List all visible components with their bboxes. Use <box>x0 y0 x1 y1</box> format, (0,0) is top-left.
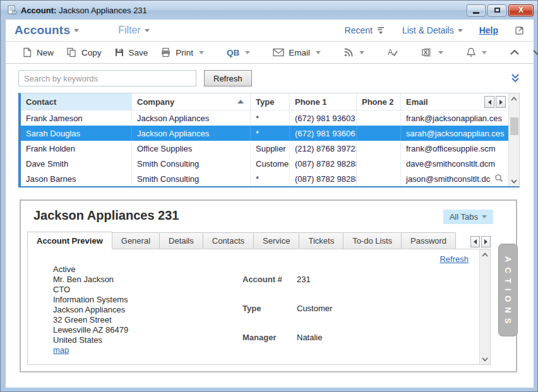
qb-button[interactable]: QB <box>223 45 254 60</box>
minimize-button[interactable] <box>467 4 486 16</box>
accounts-menu[interactable]: Accounts <box>15 23 79 37</box>
tab-general[interactable]: General <box>112 232 160 249</box>
spellcheck-button[interactable]: A <box>383 45 402 60</box>
table-row[interactable]: Jason BarnesSmith Consulting*(087) 8782 … <box>21 171 508 186</box>
account-preview-content: Refresh ActiveMr. Ben JacksonCTOInformat… <box>27 249 491 365</box>
cell-phone2 <box>357 126 401 141</box>
restore-button[interactable] <box>487 4 506 16</box>
details-refresh-link[interactable]: Refresh <box>439 254 469 264</box>
map-link[interactable]: map <box>53 345 69 355</box>
chevron-down-icon <box>199 51 204 54</box>
help-link[interactable]: Help <box>479 25 498 35</box>
table-header-row: ContactCompanyTypePhone 1Phone 2Email <box>21 93 508 110</box>
cell-phone1: (672) 981 93606 <box>290 126 357 141</box>
email-button[interactable]: Email <box>269 45 325 60</box>
new-document-icon <box>22 47 32 57</box>
excel-export-button[interactable]: X <box>417 45 447 60</box>
rss-button[interactable] <box>340 45 368 60</box>
column-header-label: Email <box>406 97 428 107</box>
app-icon <box>7 5 17 15</box>
address-line: CTO <box>53 285 128 295</box>
address-line: Information Systems <box>53 295 128 305</box>
scrollbar-thumb[interactable] <box>481 264 489 285</box>
cell-phone1: (212) 8768 39723 <box>290 141 357 156</box>
svg-text:A: A <box>388 48 393 57</box>
print-button[interactable]: Print <box>157 45 208 60</box>
alerts-button[interactable] <box>462 45 491 60</box>
tab-tickets[interactable]: Tickets <box>299 232 344 249</box>
scroll-up-icon[interactable] <box>509 93 519 104</box>
field-row: TypeCustomer <box>242 304 332 313</box>
list-details-menu[interactable]: List & Details <box>402 25 463 35</box>
table-row[interactable]: Dave SmithSmith ConsultingCustomer(087) … <box>21 156 508 171</box>
filter-menu[interactable]: Filter <box>118 25 150 36</box>
rss-icon <box>344 47 354 57</box>
tab-to-do-lists[interactable]: To-do Lists <box>344 232 402 249</box>
field-label: Type <box>242 304 297 313</box>
window-title: Account:Jackson Appliances 231 <box>21 6 147 15</box>
magnifier-icon[interactable] <box>494 174 503 184</box>
copy-button[interactable]: Copy <box>63 45 105 60</box>
cell-phone2 <box>357 141 401 156</box>
cell-phone1: (087) 8782 98288 <box>290 156 357 171</box>
scrollbar-thumb[interactable] <box>510 117 518 135</box>
window-body: Accounts Filter Recent List & Details He… <box>6 20 534 388</box>
scroll-down-icon[interactable] <box>482 354 488 364</box>
close-button[interactable]: X <box>508 4 534 16</box>
expand-double-chevron-icon[interactable] <box>510 73 521 84</box>
column-header-company[interactable]: Company <box>132 93 251 110</box>
address-line: 32 Green Street <box>53 315 128 325</box>
previous-record-button[interactable] <box>506 46 523 59</box>
all-tabs-button[interactable]: All Tabs <box>443 210 493 224</box>
chevron-down-icon <box>316 51 321 54</box>
field-row: ManagerNatalie <box>242 333 322 342</box>
cell-phone2 <box>357 171 401 186</box>
address-line: Mr. Ben Jackson <box>53 275 128 285</box>
table-row[interactable]: Frank HoldenOffice SuppliesSupplier(212)… <box>21 141 508 156</box>
tab-contacts[interactable]: Contacts <box>203 232 254 249</box>
scroll-tabs-left-button[interactable] <box>470 236 480 247</box>
cell-contact: Sarah Douglas <box>21 126 132 141</box>
cell-email: frank@jacksonapplian.ces <box>401 110 508 126</box>
toolbar: New Copy Save Print QB Email <box>6 41 534 64</box>
scroll-columns-right-button[interactable] <box>496 96 506 108</box>
scroll-tabs-right-button[interactable] <box>481 236 491 247</box>
tab-service[interactable]: Service <box>254 232 299 249</box>
column-header-phone-2[interactable]: Phone 2 <box>357 93 401 110</box>
cell-company: Jackson Appliances <box>132 110 251 126</box>
chevron-down-icon <box>438 51 443 54</box>
email-envelope-icon <box>273 48 284 57</box>
field-label: Manager <box>242 333 297 342</box>
actions-tab[interactable]: ACTIONS <box>498 244 518 336</box>
chevron-up-icon <box>510 49 520 56</box>
address-line: Jackson Appliances <box>53 305 128 315</box>
chevron-down-icon <box>245 51 250 54</box>
scroll-down-icon[interactable] <box>509 176 519 186</box>
recent-menu[interactable]: Recent <box>345 25 386 35</box>
chevron-down-icon <box>458 29 463 32</box>
column-header-label: Type <box>256 97 274 107</box>
popout-window-icon[interactable] <box>515 25 525 35</box>
search-input[interactable] <box>18 70 196 86</box>
field-row: Account #231 <box>242 275 311 284</box>
details-scrollbar[interactable] <box>479 249 490 364</box>
column-header-type[interactable]: Type <box>251 93 290 110</box>
scroll-columns-left-button[interactable] <box>484 96 494 108</box>
recent-sort-icon <box>376 25 386 35</box>
save-button[interactable]: Save <box>111 45 152 60</box>
cell-type: Supplier <box>251 141 290 156</box>
next-record-button[interactable] <box>529 46 538 59</box>
scroll-up-icon[interactable] <box>482 249 488 259</box>
refresh-button[interactable]: Refresh <box>204 70 252 86</box>
tab-account-preview[interactable]: Account Preview <box>27 232 112 249</box>
column-header-contact[interactable]: Contact <box>21 93 132 110</box>
address-line: Lewesville AZ 86479 <box>53 325 128 335</box>
column-header-phone-1[interactable]: Phone 1 <box>290 93 357 110</box>
chevron-down-icon <box>359 51 364 54</box>
table-row[interactable]: Sarah DouglasJackson Appliances*(672) 98… <box>21 126 508 141</box>
table-scrollbar[interactable] <box>508 93 519 186</box>
table-row[interactable]: Frank JamesonJackson Appliances*(672) 98… <box>21 110 508 126</box>
tab-details[interactable]: Details <box>160 232 203 249</box>
tab-password[interactable]: Password <box>402 232 456 249</box>
new-button[interactable]: New <box>18 45 57 60</box>
